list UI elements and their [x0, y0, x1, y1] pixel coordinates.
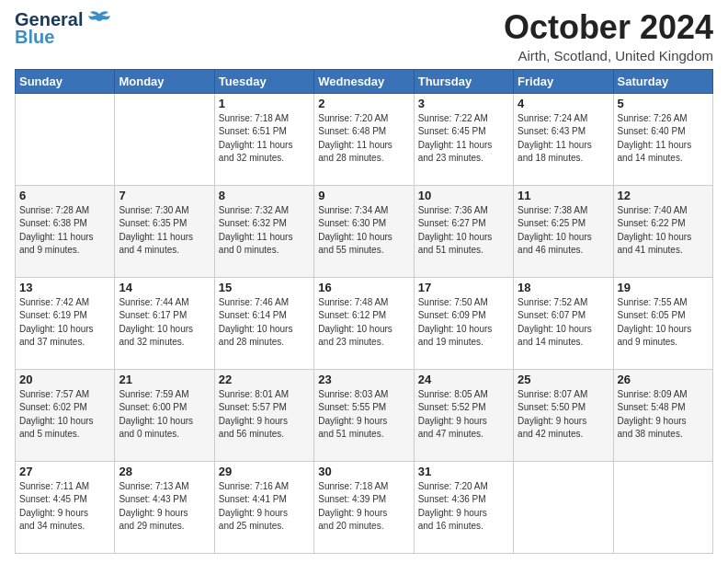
day-number: 11 [518, 189, 609, 202]
day-info: Sunrise: 7:16 AM Sunset: 4:41 PM Dayligh… [219, 480, 310, 534]
day-info: Sunrise: 7:40 AM Sunset: 6:22 PM Dayligh… [618, 204, 709, 258]
day-info: Sunrise: 7:18 AM Sunset: 6:51 PM Dayligh… [219, 112, 310, 166]
day-number: 3 [418, 97, 509, 110]
week-row-5: 27Sunrise: 7:11 AM Sunset: 4:45 PM Dayli… [16, 461, 713, 553]
day-number: 24 [418, 373, 509, 386]
calendar-cell: 8Sunrise: 7:32 AM Sunset: 6:32 PM Daylig… [214, 185, 313, 277]
day-number: 16 [318, 281, 409, 294]
calendar-cell: 25Sunrise: 8:07 AM Sunset: 5:50 PM Dayli… [514, 369, 613, 461]
day-info: Sunrise: 8:05 AM Sunset: 5:52 PM Dayligh… [418, 388, 509, 442]
calendar-table: SundayMondayTuesdayWednesdayThursdayFrid… [15, 69, 713, 554]
day-info: Sunrise: 7:26 AM Sunset: 6:40 PM Dayligh… [618, 112, 709, 166]
day-number: 12 [618, 189, 709, 202]
calendar-cell: 14Sunrise: 7:44 AM Sunset: 6:17 PM Dayli… [115, 277, 214, 369]
day-info: Sunrise: 7:18 AM Sunset: 4:39 PM Dayligh… [318, 480, 409, 534]
calendar-cell: 16Sunrise: 7:48 AM Sunset: 6:12 PM Dayli… [314, 277, 414, 369]
calendar-cell [115, 93, 214, 185]
day-number: 4 [518, 97, 609, 110]
day-info: Sunrise: 7:20 AM Sunset: 6:48 PM Dayligh… [318, 112, 409, 166]
day-number: 17 [418, 281, 509, 294]
day-number: 8 [219, 189, 310, 202]
day-info: Sunrise: 7:36 AM Sunset: 6:27 PM Dayligh… [418, 204, 509, 258]
day-info: Sunrise: 7:30 AM Sunset: 6:35 PM Dayligh… [119, 204, 210, 258]
day-info: Sunrise: 7:11 AM Sunset: 4:45 PM Dayligh… [19, 480, 110, 534]
calendar-cell: 17Sunrise: 7:50 AM Sunset: 6:09 PM Dayli… [414, 277, 513, 369]
day-info: Sunrise: 7:44 AM Sunset: 6:17 PM Dayligh… [119, 296, 210, 350]
day-number: 23 [318, 373, 409, 386]
day-info: Sunrise: 7:46 AM Sunset: 6:14 PM Dayligh… [219, 296, 310, 350]
weekday-header-row: SundayMondayTuesdayWednesdayThursdayFrid… [16, 69, 713, 93]
day-number: 25 [518, 373, 609, 386]
calendar-cell [613, 461, 712, 553]
day-number: 26 [618, 373, 709, 386]
calendar-cell [514, 461, 613, 553]
day-number: 21 [119, 373, 210, 386]
calendar-cell: 1Sunrise: 7:18 AM Sunset: 6:51 PM Daylig… [214, 93, 313, 185]
logo-bird-icon [86, 10, 112, 30]
day-number: 27 [19, 465, 110, 478]
calendar-cell: 9Sunrise: 7:34 AM Sunset: 6:30 PM Daylig… [314, 185, 414, 277]
calendar-cell: 3Sunrise: 7:22 AM Sunset: 6:45 PM Daylig… [414, 93, 513, 185]
day-number: 14 [119, 281, 210, 294]
day-number: 18 [518, 281, 609, 294]
day-number: 10 [418, 189, 509, 202]
weekday-header-saturday: Saturday [613, 69, 712, 93]
day-number: 30 [318, 465, 409, 478]
day-number: 13 [19, 281, 110, 294]
calendar-cell: 11Sunrise: 7:38 AM Sunset: 6:25 PM Dayli… [514, 185, 613, 277]
week-row-3: 13Sunrise: 7:42 AM Sunset: 6:19 PM Dayli… [16, 277, 713, 369]
weekday-header-friday: Friday [514, 69, 613, 93]
calendar-cell: 18Sunrise: 7:52 AM Sunset: 6:07 PM Dayli… [514, 277, 613, 369]
calendar-cell: 6Sunrise: 7:28 AM Sunset: 6:38 PM Daylig… [16, 185, 115, 277]
day-number: 20 [19, 373, 110, 386]
calendar-cell: 23Sunrise: 8:03 AM Sunset: 5:55 PM Dayli… [314, 369, 414, 461]
day-info: Sunrise: 8:03 AM Sunset: 5:55 PM Dayligh… [318, 388, 409, 442]
day-info: Sunrise: 8:09 AM Sunset: 5:48 PM Dayligh… [618, 388, 709, 442]
week-row-2: 6Sunrise: 7:28 AM Sunset: 6:38 PM Daylig… [16, 185, 713, 277]
calendar-cell: 27Sunrise: 7:11 AM Sunset: 4:45 PM Dayli… [16, 461, 115, 553]
weekday-header-wednesday: Wednesday [314, 69, 414, 93]
day-number: 22 [219, 373, 310, 386]
day-info: Sunrise: 7:28 AM Sunset: 6:38 PM Dayligh… [19, 204, 110, 258]
day-info: Sunrise: 7:57 AM Sunset: 6:02 PM Dayligh… [19, 388, 110, 442]
day-number: 7 [119, 189, 210, 202]
day-number: 2 [318, 97, 409, 110]
day-number: 15 [219, 281, 310, 294]
calendar-cell [16, 93, 115, 185]
day-number: 1 [219, 97, 310, 110]
weekday-header-sunday: Sunday [16, 69, 115, 93]
title-block: October 2024 Airth, Scotland, United Kin… [504, 9, 713, 63]
day-info: Sunrise: 7:34 AM Sunset: 6:30 PM Dayligh… [318, 204, 409, 258]
calendar-cell: 10Sunrise: 7:36 AM Sunset: 6:27 PM Dayli… [414, 185, 513, 277]
weekday-header-monday: Monday [115, 69, 214, 93]
day-number: 19 [618, 281, 709, 294]
day-info: Sunrise: 7:59 AM Sunset: 6:00 PM Dayligh… [119, 388, 210, 442]
calendar-cell: 31Sunrise: 7:20 AM Sunset: 4:36 PM Dayli… [414, 461, 513, 553]
day-info: Sunrise: 7:55 AM Sunset: 6:05 PM Dayligh… [618, 296, 709, 350]
day-number: 29 [219, 465, 310, 478]
calendar-cell: 5Sunrise: 7:26 AM Sunset: 6:40 PM Daylig… [613, 93, 712, 185]
calendar-cell: 30Sunrise: 7:18 AM Sunset: 4:39 PM Dayli… [314, 461, 414, 553]
calendar-cell: 28Sunrise: 7:13 AM Sunset: 4:43 PM Dayli… [115, 461, 214, 553]
day-info: Sunrise: 7:42 AM Sunset: 6:19 PM Dayligh… [19, 296, 110, 350]
calendar-cell: 13Sunrise: 7:42 AM Sunset: 6:19 PM Dayli… [16, 277, 115, 369]
day-info: Sunrise: 7:38 AM Sunset: 6:25 PM Dayligh… [518, 204, 609, 258]
month-title: October 2024 [504, 9, 713, 46]
day-info: Sunrise: 7:48 AM Sunset: 6:12 PM Dayligh… [318, 296, 409, 350]
calendar-cell: 2Sunrise: 7:20 AM Sunset: 6:48 PM Daylig… [314, 93, 414, 185]
calendar-cell: 20Sunrise: 7:57 AM Sunset: 6:02 PM Dayli… [16, 369, 115, 461]
header: General Blue October 2024 Airth, Scotlan… [15, 9, 713, 63]
day-info: Sunrise: 7:52 AM Sunset: 6:07 PM Dayligh… [518, 296, 609, 350]
day-number: 9 [318, 189, 409, 202]
day-number: 6 [19, 189, 110, 202]
day-number: 31 [418, 465, 509, 478]
weekday-header-thursday: Thursday [414, 69, 513, 93]
day-info: Sunrise: 7:20 AM Sunset: 4:36 PM Dayligh… [418, 480, 509, 534]
calendar-cell: 24Sunrise: 8:05 AM Sunset: 5:52 PM Dayli… [414, 369, 513, 461]
calendar-cell: 29Sunrise: 7:16 AM Sunset: 4:41 PM Dayli… [214, 461, 313, 553]
calendar-cell: 22Sunrise: 8:01 AM Sunset: 5:57 PM Dayli… [214, 369, 313, 461]
logo: General Blue [15, 9, 112, 48]
calendar-cell: 4Sunrise: 7:24 AM Sunset: 6:43 PM Daylig… [514, 93, 613, 185]
day-number: 28 [119, 465, 210, 478]
calendar-cell: 7Sunrise: 7:30 AM Sunset: 6:35 PM Daylig… [115, 185, 214, 277]
